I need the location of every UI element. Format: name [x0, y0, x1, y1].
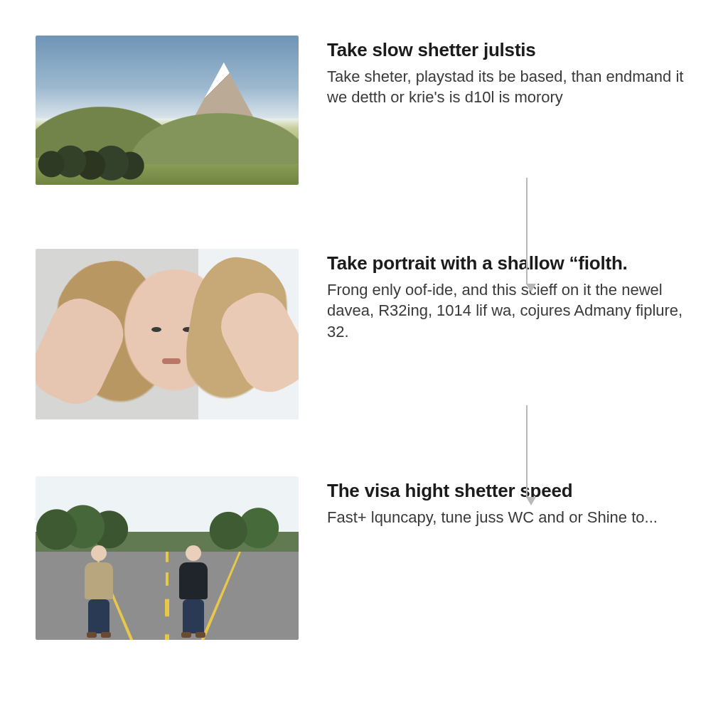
step-1-title: Take slow shetter julstis	[327, 38, 685, 62]
step-3-title: The visa hight shetter speed	[327, 479, 685, 503]
step-3-body: Fast+ lquncapy, tune juss WC and or Shin…	[327, 507, 685, 528]
step-3-text: The visa hight shetter speed Fast+ lqunc…	[327, 476, 685, 528]
tutorial-steps-page: Take slow shetter julstis Take sheter, p…	[0, 0, 728, 728]
step-1-image-landscape	[36, 36, 299, 185]
step-1: Take slow shetter julstis Take sheter, p…	[36, 36, 685, 185]
step-2-title: Take portrait with a shallow “fiolth.	[327, 252, 685, 275]
step-2-body: Frong enly oof-ide, and this scieff on i…	[327, 279, 685, 343]
step-3-image-street	[36, 476, 299, 640]
step-2-text: Take portrait with a shallow “fiolth. Fr…	[327, 249, 685, 343]
step-2-image-portrait	[36, 249, 299, 419]
step-3: The visa hight shetter speed Fast+ lqunc…	[36, 476, 685, 640]
step-1-text: Take slow shetter julstis Take sheter, p…	[327, 36, 685, 108]
step-2: Take portrait with a shallow “fiolth. Fr…	[36, 249, 685, 419]
step-1-body: Take sheter, playstad its be based, than…	[327, 66, 685, 108]
